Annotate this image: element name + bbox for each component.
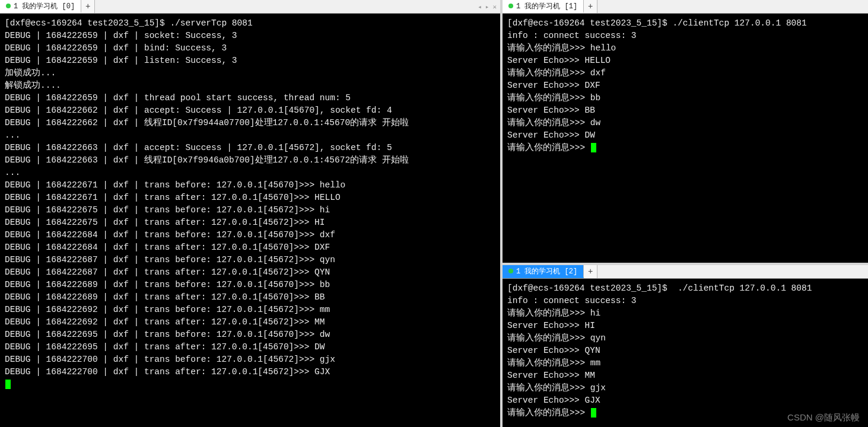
app-root: 1 我的学习机 [0] + ◂ ▸ ✕ [dxf@ecs-169264 test… [0,0,868,427]
tabbar-bottom-right: 1 我的学习机 [2] + [503,265,868,279]
terminal-line: DEBUG | 1684222659 | dxf | socket: Succe… [5,30,495,42]
terminal-line: 请输入你的消息>>> mm [507,357,863,369]
terminal-line: 请输入你的消息>>> dw [507,117,863,129]
terminal-line: 解锁成功.... [5,79,495,92]
status-dot-icon [508,4,513,8]
terminal-line: DEBUG | 1684222689 | dxf | trans after: … [5,291,495,304]
terminal-line: DEBUG | 1684222662 | dxf | accept: Succe… [5,104,495,117]
terminal-line: DEBUG | 1684222663 | dxf | 线程ID[0x7f9946… [5,154,495,167]
tab-prev-icon[interactable]: ◂ [476,3,483,11]
terminal-line: DEBUG | 1684222663 | dxf | accept: Succe… [5,142,495,154]
tab-nav: ◂ ▸ ✕ [476,0,498,13]
terminal-line: 请输入你的消息>>> hi [507,307,863,320]
terminal-line: 请输入你的消息>>> bb [507,92,863,104]
tab-server[interactable]: 1 我的学习机 [0] [0,0,81,13]
terminal-output-server[interactable]: [dxf@ecs-169264 test2023_5_15]$ ./server… [0,14,500,427]
terminal-output-client1[interactable]: [dxf@ecs-169264 test2023_5_15]$ ./client… [503,14,868,263]
terminal-line: 请输入你的消息>>> dxf [507,67,863,79]
terminal-line: [dxf@ecs-169264 test2023_5_15]$ ./client… [507,282,863,295]
tab-label: 1 我的学习机 [2] [516,266,577,276]
tab-add-button[interactable]: + [81,0,95,13]
cursor-icon [591,408,596,418]
cursor-icon [5,380,11,389]
terminal-line: DEBUG | 1684222689 | dxf | trans before:… [5,279,495,291]
terminal-line: 加锁成功... [5,67,495,79]
terminal-line: Server Echo>>> QYN [507,345,863,357]
tabbar-top-right: 1 我的学习机 [1] + [503,0,868,14]
tab-label: 1 我的学习机 [0] [14,1,75,11]
terminal-line: 请输入你的消息>>> [507,407,863,419]
terminal-line: Server Echo>>> DXF [507,79,863,92]
terminal-line: DEBUG | 1684222695 | dxf | trans before:… [5,329,495,341]
status-dot-icon [508,269,513,273]
terminal-line: DEBUG | 1684222659 | dxf | thread pool s… [5,92,495,104]
terminal-line: info : connect success: 3 [507,30,863,42]
terminal-line: DEBUG | 1684222671 | dxf | trans after: … [5,192,495,204]
terminal-line: 请输入你的消息>>> hello [507,42,863,55]
terminal-line: info : connect success: 3 [507,295,863,307]
terminal-line: ... [5,167,495,179]
tab-client2[interactable]: 1 我的学习机 [2] [503,265,584,278]
tab-client1[interactable]: 1 我的学习机 [1] [503,0,584,13]
status-dot-icon [6,4,11,8]
terminal-line: Server Echo>>> BB [507,104,863,117]
terminal-pane-1: 1 我的学习机 [1] + [dxf@ecs-169264 test2023_5… [503,0,868,265]
terminal-line: DEBUG | 1684222675 | dxf | trans after: … [5,216,495,229]
tabbar-left: 1 我的学习机 [0] + ◂ ▸ ✕ [0,0,500,14]
terminal-line: DEBUG | 1684222684 | dxf | trans before:… [5,229,495,241]
terminal-line: DEBUG | 1684222700 | dxf | trans before:… [5,353,495,366]
terminal-line: DEBUG | 1684222692 | dxf | trans before:… [5,304,495,316]
terminal-line: 请输入你的消息>>> gjx [507,382,863,394]
terminal-line: DEBUG | 1684222687 | dxf | trans before:… [5,254,495,266]
tab-label: 1 我的学习机 [1] [516,1,577,11]
terminal-line: DEBUG | 1684222675 | dxf | trans before:… [5,204,495,216]
tab-close-icon[interactable]: ✕ [491,3,498,11]
terminal-line: Server Echo>>> MM [507,369,863,382]
terminal-line: Server Echo>>> DW [507,129,863,142]
tab-add-button[interactable]: + [584,265,597,278]
terminal-line: [dxf@ecs-169264 test2023_5_15]$ ./client… [507,17,863,30]
terminal-line: [dxf@ecs-169264 test2023_5_15]$ ./server… [5,17,495,30]
cursor-icon [591,143,596,152]
terminal-line: DEBUG | 1684222684 | dxf | trans after: … [5,241,495,254]
terminal-line: Server Echo>>> HELLO [507,55,863,67]
terminal-line: Server Echo>>> HI [507,320,863,332]
terminal-line: 请输入你的消息>>> qyn [507,332,863,345]
terminal-output-client2[interactable]: [dxf@ecs-169264 test2023_5_15]$ ./client… [503,279,868,427]
terminal-line: Server Echo>>> GJX [507,394,863,407]
terminal-line: DEBUG | 1684222659 | dxf | bind: Success… [5,42,495,55]
terminal-line: DEBUG | 1684222687 | dxf | trans after: … [5,266,495,279]
terminal-line: DEBUG | 1684222671 | dxf | trans before:… [5,179,495,192]
terminal-pane-0: 1 我的学习机 [0] + ◂ ▸ ✕ [dxf@ecs-169264 test… [0,0,500,427]
terminal-line: DEBUG | 1684222692 | dxf | trans after: … [5,316,495,329]
terminal-line: ... [5,129,495,142]
tab-next-icon[interactable]: ▸ [484,3,491,11]
terminal-pane-2: 1 我的学习机 [2] + [dxf@ecs-169264 test2023_5… [503,265,868,427]
terminal-line: DEBUG | 1684222659 | dxf | listen: Succe… [5,55,495,67]
terminal-line: 请输入你的消息>>> [507,142,863,154]
terminal-line: DEBUG | 1684222700 | dxf | trans after: … [5,366,495,378]
tab-add-button[interactable]: + [584,0,597,13]
terminal-line: DEBUG | 1684222695 | dxf | trans after: … [5,341,495,353]
terminal-line: DEBUG | 1684222662 | dxf | 线程ID[0x7f9944… [5,117,495,129]
